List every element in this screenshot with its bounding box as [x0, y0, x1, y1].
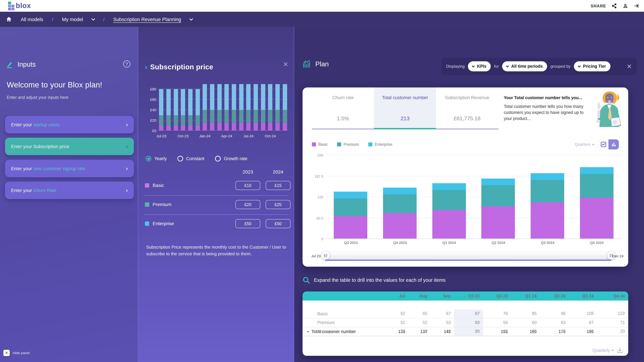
close-icon[interactable]: ✕ [283, 60, 288, 68]
bar-segment-basic [166, 126, 171, 131]
breadcrumb-current-model[interactable]: Subscription Revenue Planning [113, 16, 181, 22]
bar-Q4 2024[interactable] [580, 167, 613, 238]
line-chart-toggle[interactable] [598, 139, 608, 150]
column-header-aug[interactable]: Aug [408, 294, 431, 298]
radio-growth-rate[interactable]: Growth rate [215, 156, 247, 162]
breadcrumb-my-model[interactable]: My model [62, 16, 83, 22]
input-button-startup-users[interactable]: Enter your startup users › [5, 116, 134, 133]
bar-Oct-24[interactable] [268, 84, 272, 131]
share-button[interactable]: SHARE [591, 3, 606, 8]
bar-Dec-23[interactable] [196, 89, 200, 131]
column-header-q4-23[interactable]: Q4 23 [483, 294, 511, 298]
bar-Jun-24[interactable] [239, 84, 243, 131]
column-header-q3-24[interactable]: Q3 24 [569, 294, 597, 298]
bar-segment-basic [224, 123, 229, 131]
kpis-dropdown[interactable]: KPIs [468, 61, 491, 71]
bar-segment-basic [203, 123, 207, 131]
blox-logo-text: blox [16, 2, 31, 9]
tab-total-customer-number[interactable]: Total customer number 213 [374, 87, 436, 129]
bar-Aug-24[interactable] [254, 84, 258, 131]
table-cell: 67 [569, 320, 597, 325]
bar-Sep-24[interactable] [261, 84, 265, 131]
basic-2023-input[interactable]: £10 [236, 181, 260, 190]
tab-label: Subscription Revenue [442, 95, 492, 101]
column-header-sep[interactable]: Sep [431, 294, 454, 298]
table-row-premium[interactable]: Premium515253535660636771 [302, 318, 628, 327]
blox-logo[interactable]: blox [8, 1, 31, 10]
bar-segment-basic [482, 206, 515, 238]
bar-segment-enterprise [482, 179, 515, 185]
button-highlight: new customer signup rate [33, 166, 85, 171]
user-icon[interactable] [622, 3, 628, 9]
slider-handle-left[interactable] [321, 251, 330, 260]
premium-2023-input[interactable]: £20 [236, 200, 260, 209]
tab-subscription-revenue[interactable]: Subscription Revenue £61,775.18 [436, 87, 498, 129]
bar-Dec-24[interactable] [282, 84, 287, 131]
column-header-q4-24[interactable]: Q4 24 [597, 294, 628, 298]
group-by-dropdown[interactable]: Pricing Tier [574, 61, 610, 71]
input-button-subscription-price[interactable]: Enter your Subscription price › [5, 138, 134, 155]
bar-Jul-24[interactable] [246, 84, 251, 131]
bar-Jul-23[interactable] [159, 89, 164, 131]
bar-Q4 2023[interactable] [383, 188, 416, 238]
blox-logo-icon [8, 1, 14, 10]
table-row-enterprise[interactable]: Enterprise202020202020202020 [302, 327, 628, 336]
button-prefix: Enter your [11, 144, 32, 149]
bar-Q3 2024[interactable] [531, 173, 564, 238]
chevron-down-icon[interactable] [189, 17, 193, 21]
tab-churn-rate[interactable]: Churn rate 1.5% [312, 87, 374, 129]
input-button-churn-rate[interactable]: Enter your Churn Rate › [5, 181, 134, 199]
hide-panel-button[interactable]: ✕ Hide panel [3, 350, 30, 356]
bar-Apr-24[interactable] [224, 84, 229, 131]
bar-Oct-23[interactable] [181, 89, 185, 131]
column-header-q3-23[interactable]: →Q3 23 [454, 293, 483, 299]
chevron-down-icon [506, 64, 509, 67]
help-icon[interactable]: ? [123, 60, 130, 68]
column-header-q2-24[interactable]: Q2 24 [540, 294, 569, 298]
displaying-label: Displaying [446, 64, 465, 69]
bar-Nov-24[interactable] [276, 84, 280, 131]
bar-Jan-24[interactable] [203, 84, 207, 131]
bar-Feb-24[interactable] [210, 84, 214, 131]
bar-segment-basic [181, 126, 185, 131]
enterprise-2023-input[interactable]: £50 [236, 219, 260, 228]
home-icon[interactable] [6, 16, 12, 22]
bar-Q2 2024[interactable] [482, 179, 515, 238]
assistant-illustration [589, 89, 626, 127]
download-icon[interactable] [617, 347, 623, 353]
chevron-down-icon[interactable] [91, 17, 95, 21]
bar-Nov-23[interactable] [188, 89, 192, 131]
quarters-dropdown[interactable]: Quarters [575, 142, 594, 147]
radio-yearly[interactable]: Yearly [146, 156, 167, 162]
x-axis-tick: Q3 2023 [326, 241, 376, 245]
bar-chart-toggle[interactable] [608, 139, 619, 150]
table-period-dropdown[interactable]: Quarterly [592, 348, 614, 353]
basic-2024-input[interactable]: £15 [266, 181, 290, 190]
tab-value: 1.5% [337, 116, 349, 122]
sign-out-icon[interactable] [634, 3, 639, 9]
slider-line [325, 260, 611, 260]
bar-May-24[interactable] [232, 84, 236, 131]
bar-Aug-23[interactable] [166, 89, 171, 131]
premium-2024-input[interactable]: £25 [266, 200, 290, 209]
bar-Sep-23[interactable] [174, 89, 178, 131]
bar-Mar-24[interactable] [217, 84, 222, 131]
chevron-right-icon[interactable]: › [145, 64, 147, 70]
bar-segment-basic [580, 198, 613, 238]
bar-Q3 2023[interactable] [334, 192, 368, 238]
table-row-basic[interactable]: Basic62656767768596108122 [302, 309, 628, 318]
slider-track[interactable] [325, 252, 611, 260]
bar-Q1 2024[interactable] [432, 183, 466, 238]
column-header-jul[interactable]: Jul [386, 294, 408, 298]
column-header-q1-24[interactable]: Q1 24 [511, 294, 540, 298]
table-cell: 60 [511, 320, 540, 325]
input-button-signup-rate[interactable]: Enter your new customer signup rate › [5, 160, 134, 177]
enterprise-2024-input[interactable]: £50 [266, 219, 290, 228]
price-panel-title: Subscription price [150, 63, 213, 71]
time-period-dropdown[interactable]: All time periods [502, 61, 547, 71]
time-period-value: All time periods [511, 64, 543, 69]
radio-constant[interactable]: Constant [178, 156, 204, 162]
breadcrumb-all-models[interactable]: All models [21, 16, 43, 22]
share-icon[interactable] [612, 3, 617, 9]
close-icon[interactable]: ✕ [626, 62, 632, 70]
